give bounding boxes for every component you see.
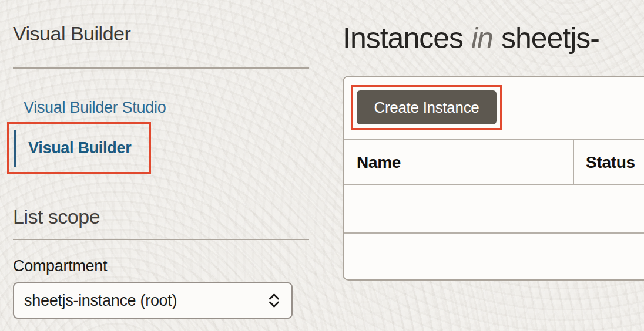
sidebar-divider-top (13, 67, 309, 69)
page-title-instances: Instances (343, 21, 463, 55)
sidebar-item-visual-builder-studio[interactable]: Visual Builder Studio (24, 99, 166, 117)
sidebar-item-visual-builder[interactable]: Visual Builder (28, 139, 131, 157)
create-instance-button[interactable]: Create Instance (357, 90, 497, 124)
active-item-indicator-bar (14, 130, 16, 167)
select-updown-icon (267, 292, 281, 309)
page-title: Instances in sheetjs- (343, 21, 599, 55)
compartment-select[interactable]: sheetjs-instance (root) (13, 282, 293, 319)
table-header-row: Name Status (344, 139, 644, 185)
table-row-empty (344, 234, 644, 279)
compartment-label: Compartment (13, 257, 107, 275)
table-header-status: Status (574, 140, 644, 184)
table-row-empty (344, 185, 644, 234)
instances-panel: Create Instance Name Status (343, 76, 644, 281)
page-title-compartment-name: sheetjs- (501, 21, 599, 55)
page-title-in-connector: in (471, 21, 493, 55)
sidebar-title: Visual Builder (13, 22, 130, 45)
annotation-highlight-create-button: Create Instance (351, 85, 502, 130)
annotation-highlight-sidebar: Visual Builder (7, 122, 151, 174)
compartment-select-value: sheetjs-instance (root) (24, 292, 177, 310)
list-scope-heading: List scope (13, 205, 100, 228)
table-header-name: Name (344, 140, 574, 184)
list-scope-divider (13, 239, 309, 240)
